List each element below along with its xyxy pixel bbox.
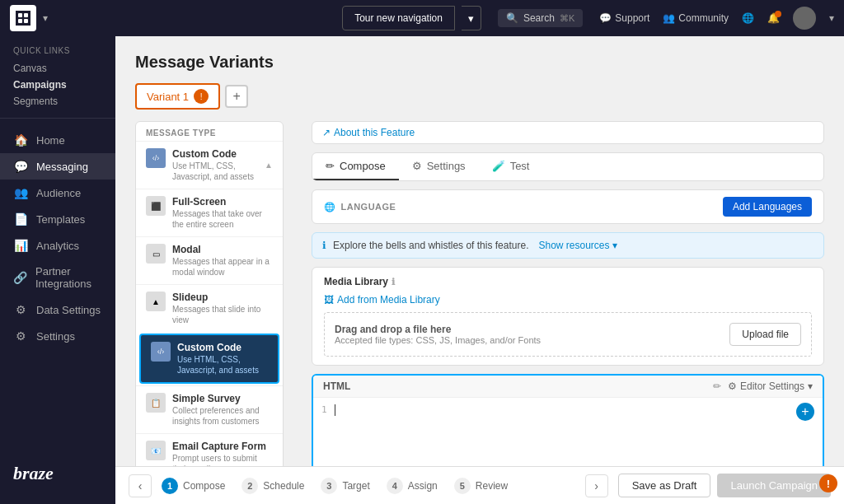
sidebar-quick-link-segments[interactable]: Segments: [0, 93, 115, 110]
editor-settings-chevron: ▾: [808, 380, 813, 392]
step-compose[interactable]: 1 Compose: [162, 478, 225, 494]
svg-rect-2: [24, 13, 28, 17]
add-code-button[interactable]: +: [796, 403, 814, 421]
editor-cursor: [335, 404, 335, 416]
sidebar-item-partner-integrations[interactable]: 🔗 Partner Integrations: [0, 259, 115, 296]
page-content: Message Variants Variant 1 ! + MESSAGE T…: [115, 36, 844, 466]
launch-campaign-button[interactable]: Launch Campaign: [717, 474, 831, 497]
support-link[interactable]: 💬 Support: [599, 12, 649, 24]
step-review[interactable]: 5 Review: [454, 478, 508, 494]
tab-compose[interactable]: ✏ Compose: [312, 153, 399, 180]
support-icon: 💬: [599, 12, 612, 24]
type-item-simple-survey[interactable]: 📋 Simple Survey Collect preferences and …: [136, 385, 283, 433]
sidebar-item-data-settings[interactable]: ⚙ Data Settings: [0, 296, 115, 323]
simple-survey-icon: 📋: [146, 393, 166, 413]
about-feature-label: About this Feature: [334, 127, 415, 138]
nav-menu-chevron[interactable]: ▾: [43, 12, 48, 24]
sidebar-item-audience[interactable]: 👥 Audience: [0, 180, 115, 206]
sidebar-item-analytics[interactable]: 📊 Analytics: [0, 232, 115, 259]
tour-navigation-button[interactable]: Tour new navigation: [342, 6, 455, 30]
media-library-section: Media Library ℹ 🖼 Add from Media Library…: [312, 267, 824, 366]
sidebar-item-home[interactable]: 🏠 Home: [0, 127, 115, 153]
sidebar-item-label-partner: Partner Integrations: [35, 265, 102, 290]
user-menu-chevron[interactable]: ▾: [829, 12, 834, 24]
type-item-email-capture[interactable]: 📧 Email Capture Form Prompt users to sub…: [136, 433, 283, 466]
add-languages-button[interactable]: Add Languages: [723, 197, 812, 217]
messaging-icon: 💬: [13, 160, 28, 173]
info-bar: ℹ Explore the bells and whistles of this…: [312, 232, 824, 259]
message-type-label: MESSAGE TYPE: [136, 122, 283, 141]
quick-links-label: QUICK LINKS: [0, 46, 115, 60]
show-resources-link[interactable]: Show resources ▾: [538, 240, 617, 251]
sidebar-item-label-home: Home: [36, 134, 65, 147]
editor-header: HTML ✏ ⚙ Editor Settings ▾: [313, 376, 823, 398]
save-as-draft-button[interactable]: Save as Draft: [618, 474, 711, 497]
sidebar-item-templates[interactable]: 📄 Templates: [0, 206, 115, 232]
editor-body[interactable]: 1 +: [313, 398, 823, 466]
sidebar-item-label-audience: Audience: [36, 187, 81, 199]
type-desc-email-capture: Prompt users to submit their emails: [172, 453, 273, 466]
right-panel: ↗ About this Feature ✏ Compose ⚙ Setting…: [312, 121, 824, 466]
settings-tab-icon: ⚙: [412, 160, 422, 172]
upload-drop-zone[interactable]: Drag and drop a file here Accepted file …: [324, 312, 812, 357]
type-item-modal[interactable]: ▭ Modal Messages that appear in a modal …: [136, 236, 283, 284]
step-schedule[interactable]: 2 Schedule: [241, 478, 304, 494]
sidebar-item-label-messaging: Messaging: [36, 161, 88, 173]
about-feature-link[interactable]: ↗ About this Feature: [322, 127, 415, 138]
message-type-panel: MESSAGE TYPE ‹/› Custom Code Use HTML, C…: [135, 121, 284, 466]
type-name-custom-code-top: Custom Code: [172, 148, 258, 160]
type-desc-custom-code-top: Use HTML, CSS, Javascript, and assets: [172, 161, 258, 182]
settings-icon: ⚙: [13, 329, 28, 343]
upload-file-button[interactable]: Upload file: [729, 323, 801, 346]
search-shortcut: ⌘K: [560, 13, 574, 24]
sidebar-item-label-analytics: Analytics: [36, 240, 79, 252]
add-variant-button[interactable]: +: [225, 85, 248, 108]
globe-icon-button[interactable]: 🌐: [742, 12, 754, 24]
step-target[interactable]: 3 Target: [321, 478, 369, 494]
compose-tabs-bar: ✏ Compose ⚙ Settings 🧪 Test: [312, 152, 824, 181]
email-capture-icon: 📧: [146, 441, 166, 460]
search-icon: 🔍: [506, 12, 518, 24]
info-text: Explore the bells and whistles of this f…: [333, 240, 528, 251]
type-name-modal: Modal: [172, 244, 273, 255]
tour-navigation-dropdown[interactable]: ▾: [462, 6, 481, 30]
svg-rect-1: [18, 13, 22, 17]
about-feature-bar: ↗ About this Feature: [312, 121, 824, 144]
notification-alert-badge: !: [819, 474, 837, 492]
page-title: Message Variants: [135, 53, 824, 72]
custom-code-icon-selected: ‹/›: [151, 342, 171, 362]
sidebar-item-settings[interactable]: ⚙ Settings: [0, 323, 115, 349]
notifications-button[interactable]: 🔔: [767, 12, 780, 24]
svg-rect-0: [16, 11, 30, 26]
full-screen-icon: ⬛: [146, 196, 166, 216]
type-name-slideup: Slideup: [172, 292, 273, 303]
editor-settings-button[interactable]: ⚙ Editor Settings ▾: [728, 380, 813, 392]
community-link[interactable]: 👥 Community: [663, 12, 729, 24]
tab-settings[interactable]: ⚙ Settings: [399, 153, 479, 180]
globe-small-icon: 🌐: [324, 202, 336, 212]
add-from-library-link[interactable]: 🖼 Add from Media Library: [324, 294, 812, 306]
type-item-custom-code-top[interactable]: ‹/› Custom Code Use HTML, CSS, Javascrip…: [136, 141, 283, 189]
sidebar-quick-link-campaigns[interactable]: Campaigns: [0, 77, 115, 93]
step-label-assign: Assign: [408, 480, 438, 492]
user-avatar[interactable]: [793, 7, 816, 30]
type-item-custom-code-selected[interactable]: ‹/› Custom Code Use HTML, CSS, Javascrip…: [139, 334, 279, 384]
variant-tab-1[interactable]: Variant 1 !: [135, 83, 220, 110]
type-item-full-screen[interactable]: ⬛ Full-Screen Messages that take over th…: [136, 189, 283, 236]
gear-icon: ⚙: [728, 380, 737, 392]
type-desc-slideup: Messages that slide into view: [172, 304, 273, 325]
step-num-4: 4: [387, 478, 403, 494]
type-desc-simple-survey: Collect preferences and insights from cu…: [172, 405, 273, 427]
global-search[interactable]: 🔍 Search ⌘K: [498, 9, 583, 27]
sidebar-quick-link-canvas[interactable]: Canvas: [0, 60, 115, 77]
tab-test[interactable]: 🧪 Test: [479, 153, 543, 180]
prev-step-button[interactable]: ‹: [129, 474, 152, 497]
sidebar-item-messaging[interactable]: 💬 Messaging: [0, 153, 115, 180]
info-icon: ℹ: [322, 240, 326, 251]
step-label-compose: Compose: [183, 480, 225, 492]
type-item-slideup[interactable]: ▲ Slideup Messages that slide into view: [136, 284, 283, 332]
svg-rect-3: [18, 19, 22, 23]
next-step-button[interactable]: ›: [585, 474, 608, 497]
step-assign[interactable]: 4 Assign: [387, 478, 438, 494]
app-logo[interactable]: [10, 5, 36, 31]
